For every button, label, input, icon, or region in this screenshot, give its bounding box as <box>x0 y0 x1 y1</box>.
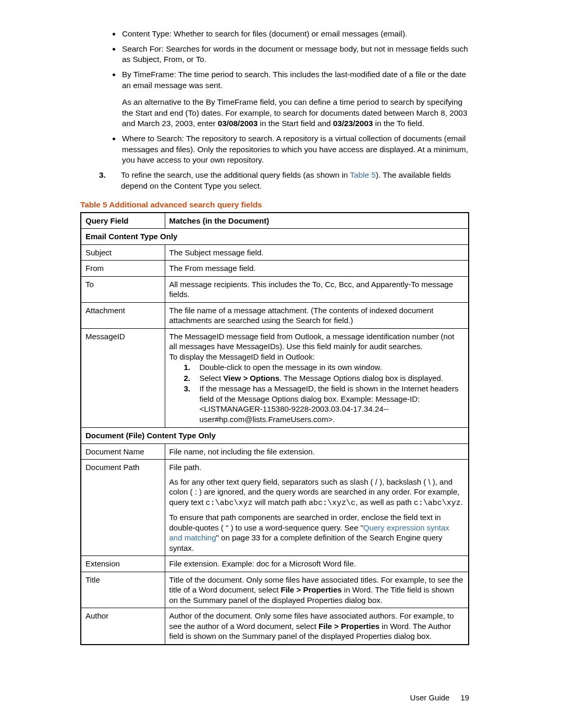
text: . The Message Options dialog box is disp… <box>279 374 443 382</box>
cell-from-q: From <box>81 261 165 277</box>
text: in the To field. <box>373 119 424 128</box>
step-number: 2. <box>184 373 191 384</box>
table-row: Title Title of the document. Only some f… <box>81 572 469 608</box>
advanced-search-fields-table: Query Field Matches (in the Document) Em… <box>80 212 469 645</box>
cell-docname-q: Document Name <box>81 443 165 460</box>
menu-path: View > Options <box>223 374 279 382</box>
code: abc:\xyz\c <box>309 499 356 508</box>
text: . <box>461 498 463 507</box>
step-number: 3. <box>184 384 191 394</box>
date-end: 03/23/2003 <box>333 119 373 128</box>
bullet-timeframe-text: By TimeFrame: The time period to search.… <box>122 70 466 90</box>
menu-path: File > Properties <box>281 585 342 594</box>
msgid-p2: To display the MessageID field in Outloo… <box>169 352 464 362</box>
footer-page-number: 19 <box>460 693 469 702</box>
step-number: 3. <box>99 170 106 181</box>
table-row: Document Path File path. As for any othe… <box>81 460 469 556</box>
section-document-header: Document (File) Content Type Only <box>81 428 469 444</box>
cell-subject-q: Subject <box>81 244 165 261</box>
date-start: 03/08/2003 <box>218 119 258 128</box>
code: c:\abc\xyz <box>206 499 253 508</box>
cell-to-m: All message recipients. This includes th… <box>165 276 469 302</box>
step-list: 3. To refine the search, use the additio… <box>80 170 469 191</box>
section-email-row: Email Content Type Only <box>81 229 469 245</box>
text: , as well as path <box>356 498 414 507</box>
table-row: Document Name File name, not including t… <box>81 443 469 460</box>
footer-label: User Guide <box>410 693 450 702</box>
table-row: Author Author of the document. Only some… <box>81 608 469 645</box>
table-row: Extension File extension. Example: doc f… <box>81 556 469 572</box>
table-5-title: Table 5 Additional advanced search query… <box>80 200 469 211</box>
step-number: 1. <box>184 362 191 373</box>
cell-from-m: The From message field. <box>165 261 469 277</box>
msgid-step-1: 1. Double-click to open the message in i… <box>184 362 464 373</box>
table-row: Attachment The file name of a message at… <box>81 302 469 328</box>
text: Double-click to open the message in its … <box>200 363 382 372</box>
bullet-content-type: Content Type: Whether to search for file… <box>121 29 469 40</box>
msgid-step-2: 2. Select View > Options. The Message Op… <box>184 373 464 384</box>
table-row: Subject The Subject message field. <box>81 244 469 261</box>
cell-subject-m: The Subject message field. <box>165 244 469 261</box>
code: c:\abc\xyz <box>414 499 461 508</box>
docpath-p1: File path. <box>169 462 464 473</box>
docpath-p3: To ensure that path components are searc… <box>169 512 464 553</box>
section-email-header: Email Content Type Only <box>81 229 469 245</box>
menu-path: File > Properties <box>319 622 380 631</box>
msgid-p1: The MessageID message field from Outlook… <box>169 331 464 352</box>
bullet-timeframe: By TimeFrame: The time period to search.… <box>121 69 469 129</box>
text: in the Start field and <box>258 119 333 128</box>
table-header-row: Query Field Matches (in the Document) <box>81 213 469 229</box>
msgid-steps: 1. Double-click to open the message in i… <box>169 362 464 424</box>
msgid-step-3: 3. If the message has a MessageID, the f… <box>184 384 464 424</box>
cell-attachment-m: The file name of a message attachment. (… <box>165 302 469 328</box>
docpath-p2: As for any other text query field, separ… <box>169 477 464 509</box>
table-row: From The From message field. <box>81 261 469 277</box>
cell-author-q: Author <box>81 608 165 645</box>
bullet-where-search: Where to Search: The repository to searc… <box>121 133 469 166</box>
step-3-text-pre: To refine the search, use the additional… <box>121 170 350 179</box>
cell-to-q: To <box>81 276 165 302</box>
section-document-row: Document (File) Content Type Only <box>81 428 469 444</box>
cell-docpath-q: Document Path <box>81 460 165 556</box>
cell-extension-q: Extension <box>81 556 165 572</box>
table-5-link[interactable]: Table 5 <box>350 170 375 179</box>
timeframe-alt-para: As an alternative to the By TimeFrame fi… <box>122 97 469 129</box>
cell-title-q: Title <box>81 572 165 608</box>
cell-author-m: Author of the document. Only some files … <box>165 608 469 645</box>
cell-messageid-m: The MessageID message field from Outlook… <box>165 328 469 428</box>
top-bullet-list: Content Type: Whether to search for file… <box>80 29 469 166</box>
step-3: 3. To refine the search, use the additio… <box>99 170 469 191</box>
cell-title-m: Title of the document. Only some files h… <box>165 572 469 608</box>
text: will match path <box>253 498 309 507</box>
document-page: Content Type: Whether to search for file… <box>0 0 563 728</box>
table-row: MessageID The MessageID message field fr… <box>81 328 469 428</box>
table-row: To All message recipients. This includes… <box>81 276 469 302</box>
cell-attachment-q: Attachment <box>81 302 165 328</box>
bullet-search-for: Search For: Searches for words in the do… <box>121 44 469 65</box>
header-query-field: Query Field <box>81 213 165 229</box>
cell-messageid-q: MessageID <box>81 328 165 428</box>
text: If the message has a MessageID, the fiel… <box>200 384 459 424</box>
cell-docpath-m: File path. As for any other text query f… <box>165 460 469 556</box>
text: Select <box>200 374 224 382</box>
header-matches: Matches (in the Document) <box>165 213 469 229</box>
cell-extension-m: File extension. Example: doc for a Micro… <box>165 556 469 572</box>
page-footer: User Guide 19 <box>410 693 469 703</box>
cell-docname-m: File name, not including the file extens… <box>165 443 469 460</box>
